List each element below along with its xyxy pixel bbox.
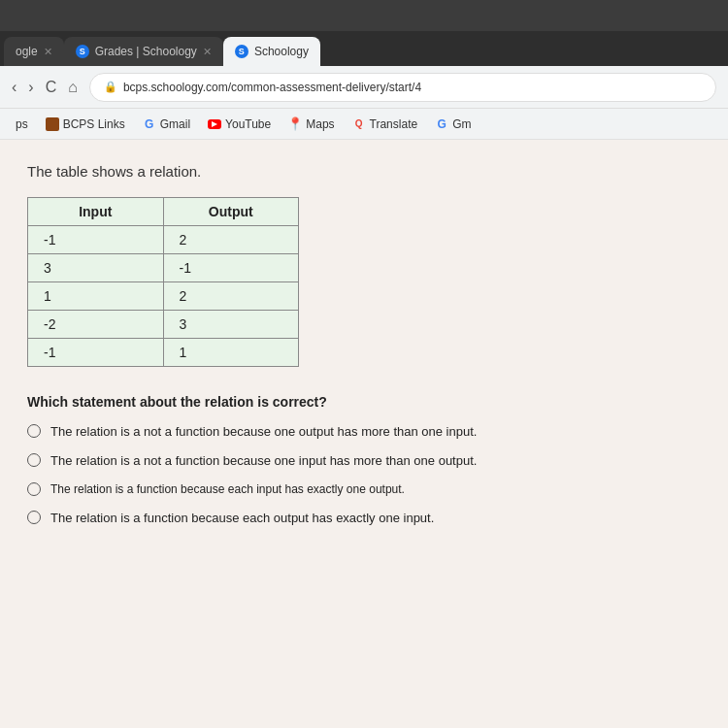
table-row: -12 xyxy=(28,226,299,254)
answer-option-b[interactable]: The relation is a not a function because… xyxy=(27,452,701,470)
translate-icon: Q xyxy=(352,117,366,131)
output-cell: 2 xyxy=(163,226,299,254)
output-cell: -1 xyxy=(163,254,299,282)
address-input-box[interactable]: 🔒 bcps.schoology.com/common-assessment-d… xyxy=(89,73,716,102)
forward-button[interactable]: › xyxy=(28,79,33,96)
output-cell: 1 xyxy=(163,339,299,367)
schoology-icon-tab1: S xyxy=(76,45,89,58)
tab-grades-label: Grades | Schoology xyxy=(95,45,197,58)
radio-b[interactable] xyxy=(27,453,41,467)
table-row: 12 xyxy=(28,282,299,311)
answer-text-c: The relation is a function because each … xyxy=(50,481,405,498)
input-cell: -2 xyxy=(28,311,164,339)
bookmark-gm2[interactable]: G Gm xyxy=(427,116,479,133)
bookmark-youtube[interactable]: YouTube xyxy=(200,116,279,133)
radio-a[interactable] xyxy=(27,424,41,438)
answer-options: The relation is a not a function because… xyxy=(27,423,701,527)
youtube-icon xyxy=(208,117,221,131)
tab-schoology[interactable]: S Schoology xyxy=(223,37,320,66)
lock-icon: 🔒 xyxy=(104,81,117,93)
answer-text-b: The relation is a not a function because… xyxy=(50,452,477,470)
tab-schoology-label: Schoology xyxy=(254,45,309,58)
tab-google-close[interactable]: ✕ xyxy=(44,46,52,58)
tab-google-label: ogle xyxy=(16,45,38,58)
tab-grades-close[interactable]: ✕ xyxy=(203,46,212,58)
bookmark-gm2-label: Gm xyxy=(452,117,471,131)
bookmark-bcps-label: BCPS Links xyxy=(63,117,125,131)
question-text: Which statement about the relation is co… xyxy=(27,394,701,410)
url-text: bcps.schoology.com/common-assessment-del… xyxy=(123,81,421,94)
bookmark-ps[interactable]: ps xyxy=(8,116,36,133)
input-cell: -1 xyxy=(28,226,164,254)
bookmarks-bar: ps BCPS Links G Gmail YouTube 📍 Maps Q T… xyxy=(0,109,728,140)
bookmark-bcps-links[interactable]: BCPS Links xyxy=(38,116,133,133)
bookmark-gmail[interactable]: G Gmail xyxy=(135,116,198,133)
output-cell: 3 xyxy=(163,311,299,339)
home-button[interactable]: ⌂ xyxy=(68,79,78,96)
tab-google[interactable]: ogle ✕ xyxy=(4,37,64,66)
bcps-icon xyxy=(46,117,59,131)
content-area: The table shows a relation. Input Output… xyxy=(0,140,728,728)
answer-text-d: The relation is a function because each … xyxy=(50,510,434,527)
table-row: -11 xyxy=(28,339,299,367)
intro-text: The table shows a relation. xyxy=(27,163,701,180)
schoology-icon-tab2: S xyxy=(235,45,248,58)
answer-option-c[interactable]: The relation is a function because each … xyxy=(27,481,701,498)
google-icon-gm2: G xyxy=(435,117,448,131)
address-bar: ‹ › C ⌂ 🔒 bcps.schoology.com/common-asse… xyxy=(0,66,728,109)
output-cell: 2 xyxy=(163,282,299,311)
bookmark-gmail-label: Gmail xyxy=(160,117,190,131)
tab-grades[interactable]: S Grades | Schoology ✕ xyxy=(64,37,223,66)
tab-bar: ogle ✕ S Grades | Schoology ✕ S Schoolog… xyxy=(0,31,728,66)
col-header-output: Output xyxy=(163,198,299,226)
maps-icon: 📍 xyxy=(288,117,302,131)
input-cell: 1 xyxy=(28,282,164,311)
bookmark-translate[interactable]: Q Translate xyxy=(345,116,426,133)
answer-option-d[interactable]: The relation is a function because each … xyxy=(27,510,701,527)
bookmark-youtube-label: YouTube xyxy=(225,117,271,131)
radio-d[interactable] xyxy=(27,511,41,524)
bookmark-ps-label: ps xyxy=(16,117,28,131)
back-button[interactable]: ‹ xyxy=(12,79,17,96)
google-icon-gmail: G xyxy=(143,117,156,131)
browser-chrome xyxy=(0,0,728,31)
relation-table: Input Output -123-112-23-11 xyxy=(27,197,299,367)
answer-text-a: The relation is a not a function because… xyxy=(50,423,477,441)
input-cell: 3 xyxy=(28,254,164,282)
reload-button[interactable]: C xyxy=(46,79,57,96)
input-cell: -1 xyxy=(28,339,164,367)
answer-option-a[interactable]: The relation is a not a function because… xyxy=(27,423,701,441)
col-header-input: Input xyxy=(28,198,164,226)
table-row: -23 xyxy=(28,311,299,339)
table-row: 3-1 xyxy=(28,254,299,282)
bookmark-maps[interactable]: 📍 Maps xyxy=(281,116,342,133)
bookmark-maps-label: Maps xyxy=(306,117,334,131)
radio-c[interactable] xyxy=(27,482,41,496)
bookmark-translate-label: Translate xyxy=(370,117,418,131)
